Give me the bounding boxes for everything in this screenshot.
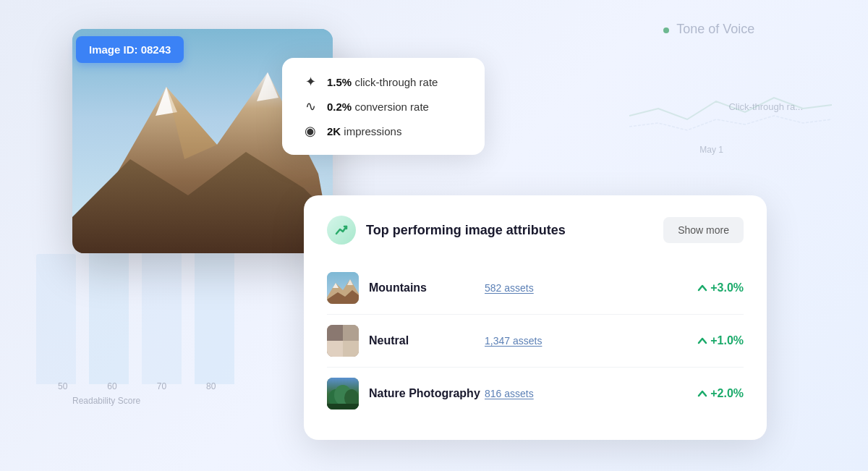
nature-change: +2.0%	[686, 387, 744, 400]
ctr-label: click-through rate	[354, 76, 438, 88]
may-label: May 1	[699, 145, 723, 155]
neutral-assets: 1,347 assets	[485, 335, 686, 347]
impressions-stat-row: ◉ 2K impressions	[302, 123, 464, 139]
svg-rect-15	[327, 341, 343, 357]
conversion-icon: ∿	[302, 98, 318, 114]
nature-thumbnail	[327, 378, 359, 410]
svg-rect-12	[327, 325, 343, 341]
neutral-name: Neutral	[369, 334, 485, 347]
card-title-group: Top performing image attributes	[327, 216, 566, 245]
line-chart-svg	[629, 72, 832, 145]
impressions-label: impressions	[344, 125, 401, 137]
click-icon: ✦	[302, 74, 318, 90]
mountains-arrow-icon	[697, 283, 707, 293]
mountains-assets: 582 assets	[485, 282, 686, 294]
conversion-text: 0.2% conversion rate	[327, 101, 429, 113]
svg-rect-13	[343, 341, 359, 357]
attribute-row-nature: Nature Photography 816 assets +2.0%	[327, 368, 744, 420]
neutral-arrow-icon	[697, 336, 707, 346]
ctr-stat-row: ✦ 1.5% click-through rate	[302, 74, 464, 90]
show-more-button[interactable]: Show more	[663, 217, 744, 243]
nature-arrow-icon	[697, 389, 707, 399]
click-through-label: Click-through ra...	[728, 101, 803, 112]
readability-score-label: Readability Score	[72, 396, 140, 406]
neutral-change: +1.0%	[686, 334, 744, 347]
stats-card: ✦ 1.5% click-through rate ∿ 0.2% convers…	[282, 58, 485, 155]
mountains-name: Mountains	[369, 281, 485, 294]
trend-icon-circle	[327, 216, 356, 245]
ctr-value: 1.5%	[327, 76, 352, 88]
attribute-row-mountains: Mountains 582 assets +3.0%	[327, 262, 744, 315]
top-performing-card: Top performing image attributes Show mor…	[304, 195, 767, 440]
neutral-thumbnail	[327, 325, 359, 357]
nature-assets: 816 assets	[485, 388, 686, 399]
impressions-text: 2K impressions	[327, 125, 401, 137]
card-title: Top performing image attributes	[366, 223, 566, 238]
conversion-label: conversion rate	[354, 101, 429, 113]
nature-name: Nature Photography	[369, 387, 485, 400]
eye-icon: ◉	[302, 123, 318, 139]
axis-labels: 50 60 70 80	[58, 381, 216, 391]
conversion-stat-row: ∿ 0.2% conversion rate	[302, 98, 464, 114]
tone-of-voice-chart: Tone of Voice	[608, 22, 810, 166]
mountains-change: +3.0%	[686, 281, 744, 294]
impressions-value: 2K	[327, 125, 341, 137]
conversion-value: 0.2%	[327, 101, 352, 113]
attribute-row-neutral: Neutral 1,347 assets +1.0%	[327, 315, 744, 368]
svg-rect-20	[327, 404, 359, 410]
card-header: Top performing image attributes Show mor…	[327, 216, 744, 245]
image-id-badge: Image ID: 08243	[76, 36, 184, 63]
ctr-text: 1.5% click-through rate	[327, 76, 438, 88]
mountains-thumbnail	[327, 272, 359, 304]
svg-rect-14	[343, 325, 359, 341]
